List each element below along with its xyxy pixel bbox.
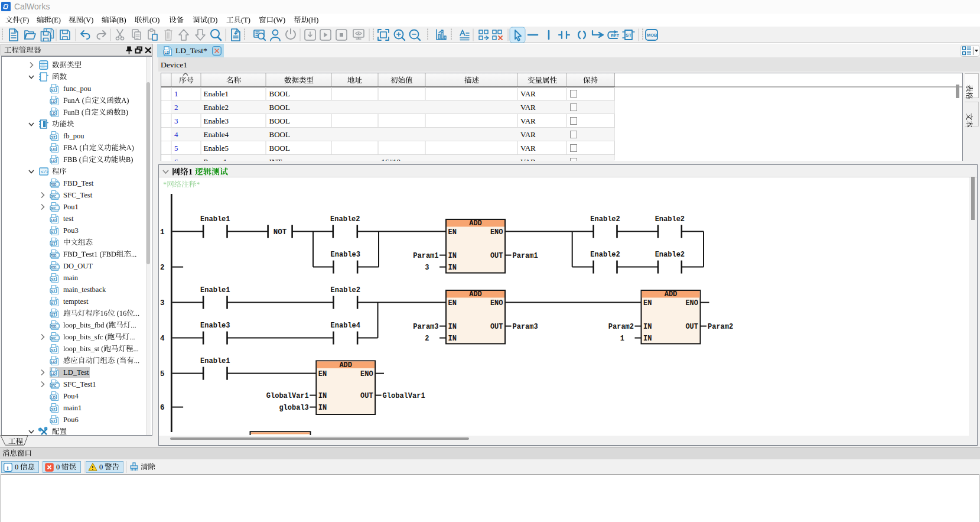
svg-text:GlobalVar1: GlobalVar1 — [266, 392, 308, 400]
svg-text:NOT: NOT — [273, 228, 286, 236]
svg-text:Enable1: Enable1 — [200, 357, 230, 365]
svg-text:Enable2: Enable2 — [655, 215, 684, 223]
svg-text:6: 6 — [160, 404, 165, 412]
svg-text:Enable2: Enable2 — [590, 215, 620, 223]
svg-text:Param3: Param3 — [413, 323, 438, 331]
svg-text:4: 4 — [160, 335, 165, 343]
svg-text:2: 2 — [425, 335, 429, 343]
svg-text:Enable1: Enable1 — [200, 215, 230, 223]
svg-text:Param2: Param2 — [708, 323, 733, 331]
svg-text:EN: EN — [448, 228, 456, 236]
svg-text:IN: IN — [643, 335, 652, 343]
svg-text:Enable3: Enable3 — [200, 322, 230, 330]
svg-text:ADD: ADD — [664, 290, 677, 299]
svg-text:1: 1 — [160, 228, 165, 236]
svg-text:2: 2 — [160, 264, 165, 272]
svg-text:Param1: Param1 — [413, 252, 438, 260]
svg-text:OUT: OUT — [360, 392, 373, 400]
svg-text:Param1: Param1 — [512, 252, 538, 260]
svg-text:IN: IN — [318, 392, 326, 400]
svg-text:Param2: Param2 — [608, 323, 633, 331]
svg-text:Param3: Param3 — [512, 323, 538, 331]
svg-text:EN: EN — [448, 299, 456, 307]
svg-text:Enable4: Enable4 — [330, 322, 360, 330]
svg-text:ENO: ENO — [360, 370, 373, 378]
svg-text:i: i — [7, 463, 9, 471]
svg-text:EN: EN — [318, 370, 326, 378]
svg-text:GlobalVar1: GlobalVar1 — [382, 392, 425, 400]
svg-text:OUT: OUT — [685, 323, 698, 331]
svg-text:IN: IN — [448, 264, 456, 272]
svg-text:IN: IN — [448, 323, 456, 331]
svg-text:ENO: ENO — [685, 299, 698, 307]
svg-text:1: 1 — [620, 335, 624, 343]
svg-text:global3: global3 — [279, 404, 308, 412]
svg-text:5: 5 — [160, 370, 165, 378]
svg-text:3: 3 — [160, 299, 165, 307]
svg-text:IN: IN — [448, 335, 456, 343]
svg-text:Enable2: Enable2 — [330, 215, 360, 223]
svg-text:3: 3 — [425, 264, 429, 272]
svg-text:Enable2: Enable2 — [590, 251, 620, 259]
svg-text:ADD: ADD — [469, 219, 482, 228]
svg-text:ENO: ENO — [490, 299, 503, 307]
svg-text:ADD: ADD — [339, 361, 352, 369]
svg-text:OUT: OUT — [490, 252, 503, 260]
svg-text:Enable3: Enable3 — [330, 251, 360, 259]
svg-text:OUT: OUT — [490, 323, 503, 331]
svg-text:ENO: ENO — [490, 228, 503, 236]
svg-text:IN: IN — [318, 404, 326, 412]
svg-text:IN: IN — [643, 323, 652, 331]
svg-text:Enable2: Enable2 — [330, 286, 360, 294]
svg-text:Enable1: Enable1 — [200, 286, 230, 294]
svg-text:ADD: ADD — [469, 290, 482, 299]
svg-text:IN: IN — [448, 252, 456, 260]
svg-text:EN: EN — [643, 299, 652, 307]
svg-text:Enable2: Enable2 — [655, 251, 684, 259]
